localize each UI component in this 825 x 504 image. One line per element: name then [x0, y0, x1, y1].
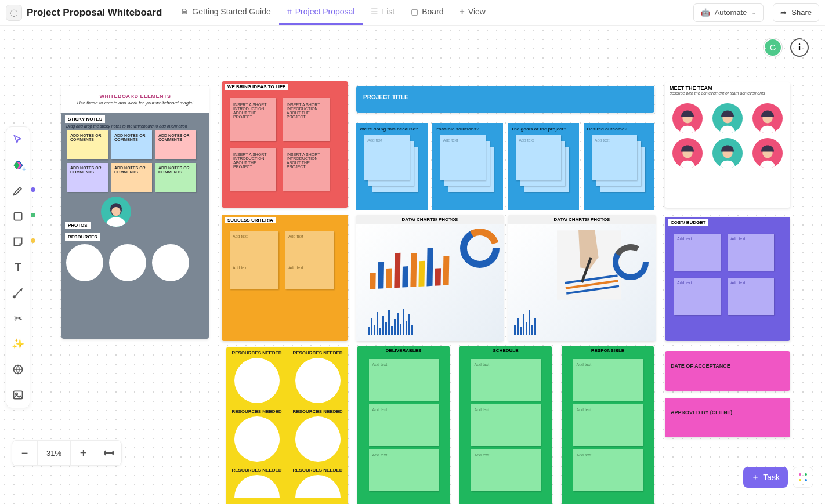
resource-circle[interactable]: [152, 244, 189, 281]
cost-note[interactable]: Add text: [674, 234, 721, 271]
tab-list[interactable]: ☰List: [363, 1, 403, 25]
sticky-yellow[interactable]: ADD NOTES OR COMMENTS: [67, 130, 108, 159]
tab-label: Project Proposal: [295, 7, 355, 16]
date-acceptance[interactable]: DATE OF ACCEPTANCE: [665, 351, 790, 391]
elements-panel[interactable]: WHITEBOARD ELEMENTS Use these to create …: [61, 86, 209, 339]
robot-icon: 🤖: [701, 8, 710, 17]
ai-tool[interactable]: ✨: [11, 337, 25, 351]
new-task-button[interactable]: ＋Task: [743, 467, 788, 488]
share-button[interactable]: ➦Share: [773, 3, 819, 22]
tab-guide[interactable]: 🗎Getting Started Guide: [172, 1, 278, 25]
team-panel[interactable]: MEET THE TEAM describe with the achievem…: [665, 82, 790, 208]
green-note[interactable]: Add text: [471, 404, 541, 446]
sticky-orange[interactable]: ADD NOTES OR COMMENTS: [111, 163, 152, 192]
green-caption: DELIVERABLES: [357, 346, 450, 356]
svg-rect-20: [14, 391, 23, 398]
idea-note[interactable]: INSERT A SHORT INTRODUCTION ABOUT THE PR…: [283, 148, 330, 191]
blue-q-box[interactable]: The goals of the project? Add text: [508, 123, 579, 210]
sticky[interactable]: Add text: [440, 135, 486, 180]
cost-note[interactable]: Add text: [674, 278, 721, 315]
task-tool[interactable]: +: [11, 158, 25, 172]
scissors-tool[interactable]: ✂: [11, 311, 25, 325]
zoom-fit-button[interactable]: [96, 440, 121, 466]
team-avatar[interactable]: [672, 103, 703, 133]
resource-circle[interactable]: [295, 358, 341, 403]
connector-tool[interactable]: [11, 286, 25, 300]
tab-proposal[interactable]: ⌗Project Proposal: [279, 1, 363, 25]
shape-tool[interactable]: [11, 209, 25, 223]
cost-panel[interactable]: COST/ BUDGET Add text Add text Add text …: [665, 217, 790, 341]
share-icon: ➦: [780, 8, 787, 17]
blue-q-box[interactable]: We're doing this because? Add text: [356, 123, 428, 210]
automate-button[interactable]: 🤖Automate⌄: [693, 3, 764, 22]
team-avatar[interactable]: [672, 138, 703, 168]
tab-board[interactable]: ▢Board: [403, 1, 451, 25]
team-avatar[interactable]: [712, 138, 743, 168]
deliverables-panel[interactable]: DELIVERABLES Add text Add text Add text: [357, 346, 450, 504]
idea-note[interactable]: INSERT A SHORT INTRODUCTION ABOUT THE PR…: [230, 98, 276, 141]
zoom-in-button[interactable]: +: [70, 440, 96, 466]
green-note[interactable]: Add text: [369, 449, 439, 491]
resources-panel[interactable]: RESOURCES NEEDEDRESOURCES NEEDED RESOURC…: [226, 347, 348, 504]
green-note[interactable]: Add text: [369, 404, 439, 446]
blue-q-box[interactable]: Desired outcome? Add text: [584, 123, 655, 210]
photos-label: PHOTOS: [65, 222, 91, 229]
text-tool[interactable]: T: [11, 260, 25, 274]
idea-note[interactable]: INSERT A SHORT INTRODUCTION ABOUT THE PR…: [230, 148, 276, 191]
web-tool[interactable]: [11, 362, 25, 376]
blue-q-box[interactable]: Possible solutions? Add text: [432, 123, 504, 210]
approved-by[interactable]: APPROVED BY (CLIENT): [665, 398, 790, 437]
sticky-violet[interactable]: ADD NOTES OR COMMENTS: [67, 163, 108, 192]
sticky[interactable]: Add text: [592, 135, 637, 180]
green-note[interactable]: Add text: [573, 449, 643, 491]
elements-header: WHITEBOARD ELEMENTS Use these to create …: [61, 86, 209, 113]
res-lbl: RESOURCES NEEDED: [231, 409, 281, 414]
success-panel[interactable]: SUCCESS CRITERIA Add textAdd text Add te…: [222, 215, 348, 341]
resource-circle[interactable]: [234, 475, 280, 498]
chevron-down-icon: ⌄: [751, 9, 756, 16]
resource-circle[interactable]: [109, 244, 146, 281]
select-tool[interactable]: [11, 133, 25, 147]
green-note[interactable]: Add text: [369, 359, 439, 401]
sticky-blue[interactable]: ADD NOTES OR COMMENTS: [111, 130, 152, 159]
success-note[interactable]: Add textAdd text: [285, 231, 334, 289]
avatar-placeholder[interactable]: [101, 197, 131, 227]
apps-button[interactable]: [793, 467, 813, 488]
schedule-panel[interactable]: SCHEDULE Add text Add text Add text: [459, 346, 552, 504]
project-title-bar[interactable]: PROJECT TITLE: [356, 86, 654, 113]
cost-note[interactable]: Add text: [728, 278, 774, 315]
resource-circle[interactable]: [234, 416, 280, 462]
team-avatar[interactable]: [752, 103, 783, 133]
tab-view[interactable]: +View: [452, 1, 494, 25]
res-lbl: RESOURCES NEEDED: [292, 467, 342, 473]
sticky-tool[interactable]: [11, 235, 25, 249]
green-note[interactable]: Add text: [471, 359, 541, 401]
resource-circle[interactable]: [66, 244, 103, 281]
sticky-pink[interactable]: ADD NOTES OR COMMENTS: [155, 130, 196, 159]
resource-circle[interactable]: [295, 475, 341, 498]
data-photo-2[interactable]: DATA/ CHARTS/ PHOTOS: [508, 215, 656, 341]
sticky[interactable]: Add text: [364, 135, 410, 180]
zoom-out-button[interactable]: −: [12, 440, 38, 466]
resource-circle[interactable]: [295, 416, 341, 462]
team-avatar[interactable]: [712, 103, 743, 133]
pen-tool[interactable]: [11, 184, 25, 198]
success-note[interactable]: Add textAdd text: [230, 231, 278, 289]
idea-note[interactable]: INSERT A SHORT INTRODUCTION ABOUT THE PR…: [283, 98, 330, 141]
image-tool[interactable]: [11, 388, 25, 402]
toolbox: + T ✂ ✨: [6, 126, 30, 408]
res-lbl: RESOURCES NEEDED: [231, 350, 281, 356]
green-note[interactable]: Add text: [573, 404, 643, 446]
data-photo-1[interactable]: DATA/ CHARTS/ PHOTOS: [356, 215, 504, 341]
ideas-panel[interactable]: WE BRING IDEAS TO LIFE INSERT A SHORT IN…: [222, 81, 348, 208]
green-note[interactable]: Add text: [573, 359, 643, 401]
green-note[interactable]: Add text: [471, 449, 541, 491]
resource-circle[interactable]: [234, 358, 280, 403]
sticky[interactable]: Add text: [516, 135, 561, 180]
cost-note[interactable]: Add text: [728, 234, 774, 271]
whiteboard-canvas[interactable]: WHITEBOARD ELEMENTS Use these to create …: [0, 26, 825, 504]
team-avatar[interactable]: [752, 138, 783, 168]
blue-q: The goals of the project?: [511, 126, 576, 132]
sticky-green[interactable]: ADD NOTES OR COMMENTS: [155, 163, 196, 192]
responsible-panel[interactable]: RESPONSIBLE Add text Add text Add text: [562, 346, 654, 504]
